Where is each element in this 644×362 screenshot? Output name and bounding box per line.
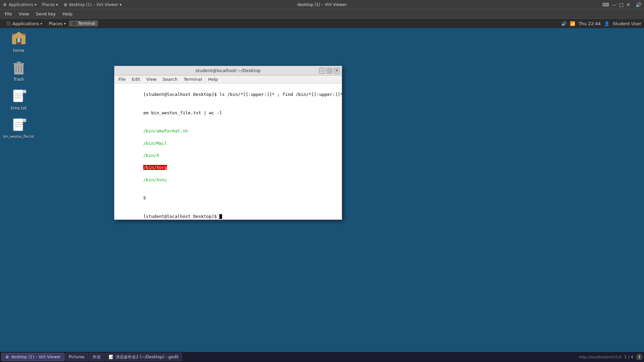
bin-westos-label: bin_westos_file.txt xyxy=(3,135,34,138)
desktop-area: ⬛ Applications ▾ Places ▾ ⬛ Terminal 🔊 📶… xyxy=(0,19,644,362)
terminal-maximize-btn[interactable]: □ xyxy=(326,68,332,74)
terminal-menu-bar: File Edit View Search Terminal Help xyxy=(114,75,342,83)
term-out-x: /bin/X xyxy=(143,153,159,158)
desktop-icons: home Trash xyxy=(5,31,32,138)
taskbar-work-label: 作业 xyxy=(93,354,101,360)
taskbar-page: 1 / 4 xyxy=(624,355,633,359)
places-arrow: ▾ xyxy=(64,22,66,25)
virt-menu-view[interactable]: View xyxy=(16,11,32,17)
applications-arrow: ▾ xyxy=(40,22,42,25)
term-cmd-1b: ee bin_westos_file.txt | wc -l xyxy=(143,110,222,115)
taskbar-virt-label: desktop (1) – Virt Viewer xyxy=(11,355,61,359)
terminal-menu-view[interactable]: View xyxy=(144,76,159,82)
virt-close-icon[interactable]: ✕ xyxy=(626,2,630,7)
svg-rect-6 xyxy=(13,63,24,64)
virt-app-icon: 🖥 xyxy=(3,2,7,7)
applications-icon: ⬛ xyxy=(6,21,11,26)
trash-icon-img xyxy=(11,60,27,76)
gnome-panel-left: ⬛ Applications ▾ Places ▾ ⬛ Terminal xyxy=(3,20,98,27)
terminal-icon: ⬛ xyxy=(72,21,77,26)
network-icon[interactable]: 📶 xyxy=(570,21,575,26)
home-label: home xyxy=(13,48,24,53)
time-display: Thu 22:44 xyxy=(579,21,601,26)
virt-keyboard-icon: ⌨ xyxy=(602,2,609,7)
time-txt-label: time.txt xyxy=(11,106,26,111)
gnome-panel-right: 🔊 📶 Thu 22:44 👤 Student User xyxy=(561,21,641,26)
taskbar-gedit-icon: 📝 xyxy=(109,355,114,359)
terminal-title-text: student@localhost:~/Desktop xyxy=(196,68,261,73)
virt-places-label: Places ▾ xyxy=(42,2,58,7)
trash-label: Trash xyxy=(13,77,24,82)
outer-window: 🖥 Applications ▾ Places ▾ 🖥 desktop (1) … xyxy=(0,0,644,362)
taskbar-item-virt[interactable]: 🖥 desktop (1) – Virt Viewer xyxy=(1,353,64,361)
time-txt-icon[interactable]: time.txt xyxy=(5,88,32,111)
gnome-panel: ⬛ Applications ▾ Places ▾ ⬛ Terminal 🔊 📶… xyxy=(0,19,644,28)
virt-app-label: Applications ▾ xyxy=(9,2,37,7)
term-count: 5 xyxy=(143,195,146,200)
terminal-title-bar: student@localhost:~/Desktop – □ ✕ xyxy=(114,66,342,75)
applications-label: Applications xyxy=(12,21,39,26)
terminal-close-btn[interactable]: ✕ xyxy=(334,68,340,74)
terminal-minimize-btn[interactable]: – xyxy=(319,68,325,74)
bin-westos-icon-img xyxy=(11,117,27,133)
term-space-3 xyxy=(143,159,146,164)
terminal-menu-help[interactable]: Help xyxy=(205,76,221,82)
user-label: Student User xyxy=(613,21,641,26)
virt-title-left-icons: 🖥 Applications ▾ Places ▾ 🖥 desktop (1) … xyxy=(3,2,122,7)
svg-rect-7 xyxy=(17,62,21,63)
virt-volume-icon: 🔊 xyxy=(636,2,641,7)
volume-icon[interactable]: 🔊 xyxy=(561,21,567,26)
places-label: Places xyxy=(49,21,62,26)
time-txt-icon-img xyxy=(11,88,27,105)
taskbar-virt-icon: 🖥 xyxy=(5,355,9,359)
term-cmd-1: ls /bin/*[[:upper:]]* ; find /bin/*[[:up… xyxy=(219,92,342,97)
home-icon[interactable]: home xyxy=(5,31,32,53)
term-space-1 xyxy=(143,135,146,140)
svg-rect-13 xyxy=(23,90,26,93)
term-line-1b: ee bin_westos_file.txt | wc -l xyxy=(117,104,339,122)
term-line-1: [student@localhost Desktop]$ ls /bin/*[[… xyxy=(117,85,339,104)
taskbar-item-pictures[interactable]: Pictures xyxy=(65,353,89,361)
trash-icon[interactable]: Trash xyxy=(5,60,32,82)
home-icon-img xyxy=(11,31,27,47)
term-line-3: 5 xyxy=(117,189,339,207)
terminal-menu-terminal[interactable]: Terminal xyxy=(181,76,205,82)
virt-menu-file[interactable]: File xyxy=(2,11,15,17)
virt-title-bar: 🖥 Applications ▾ Places ▾ 🖥 desktop (1) … xyxy=(0,0,644,9)
virt-maximize-icon[interactable]: □ xyxy=(619,2,624,7)
user-icon: 👤 xyxy=(604,21,609,26)
term-out-amuformat: /bin/amuFormat.sh xyxy=(143,128,188,133)
bin-westos-icon[interactable]: bin_westos_file.txt xyxy=(5,117,32,138)
taskbar-item-work[interactable]: 作业 xyxy=(89,353,104,361)
term-line-2: /bin/amuFormat.sh /bin/Mail /bin/X /bin/… xyxy=(117,122,339,189)
terminal-menu-edit[interactable]: Edit xyxy=(129,76,143,82)
term-line-4: [student@localhost Desktop]$ xyxy=(117,207,339,220)
virt-window-label: 🖥 desktop (1) – Virt Viewer ▾ xyxy=(63,2,121,7)
terminal-content[interactable]: [student@localhost Desktop]$ ls /bin/*[[… xyxy=(114,83,342,220)
taskbar-right: http://localhost/virt/1/4 1 / 4 i xyxy=(579,354,643,360)
terminal-menu-file[interactable]: File xyxy=(116,76,128,82)
terminal-menu-search[interactable]: Search xyxy=(160,76,180,82)
applications-menu[interactable]: ⬛ Applications ▾ xyxy=(3,20,45,27)
virt-menu-sendkey[interactable]: Send key xyxy=(33,11,59,17)
virt-minimize-icon[interactable]: — xyxy=(612,2,616,7)
term-prompt-2: [student@localhost Desktop]$ xyxy=(143,214,219,219)
term-space-2 xyxy=(143,147,146,152)
taskbar-pictures-label: Pictures xyxy=(69,355,85,359)
term-out-mail: /bin/Mail xyxy=(143,141,167,146)
taskbar-info-btn[interactable]: i xyxy=(636,354,643,360)
terminal-label: Terminal xyxy=(78,21,95,26)
term-out-xvnc: /bin/Xvnc xyxy=(143,177,167,182)
term-out-xorg: /bin/Xorg xyxy=(143,165,167,170)
svg-rect-19 xyxy=(23,119,26,122)
taskbar-gedit-label: 演启桌作业2 (~/Desktop) - gedit xyxy=(116,354,178,360)
taskbar-item-gedit[interactable]: 📝 演启桌作业2 (~/Desktop) - gedit xyxy=(105,353,182,361)
term-space-4 xyxy=(143,171,146,176)
taskbar: 🖥 desktop (1) – Virt Viewer Pictures 作业 … xyxy=(0,352,644,362)
terminal-window: student@localhost:~/Desktop – □ ✕ File E… xyxy=(114,66,342,220)
virt-menu-help[interactable]: Help xyxy=(60,11,75,17)
places-menu[interactable]: Places ▾ xyxy=(45,20,69,27)
term-cursor xyxy=(219,214,222,219)
virt-window-title: desktop (1) – Virt Viewer xyxy=(297,2,347,7)
terminal-btn[interactable]: ⬛ Terminal xyxy=(69,20,98,26)
